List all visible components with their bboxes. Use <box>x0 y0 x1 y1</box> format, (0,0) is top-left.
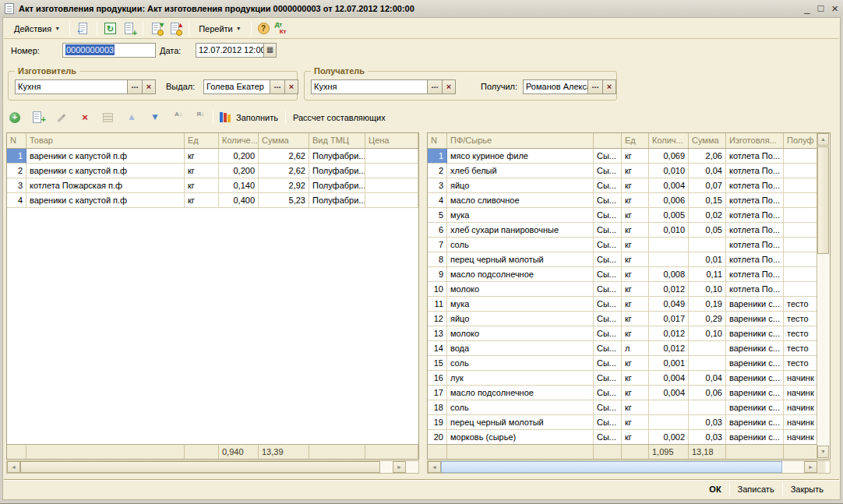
table-row[interactable]: 4масло сливочноеСы...кг0,0060,15котлета … <box>428 193 817 208</box>
scroll-up-icon[interactable]: ▲ <box>817 133 829 146</box>
maker-input[interactable]: Кухня <box>15 79 128 94</box>
table-row[interactable]: 10молокоСы...кг0,0120,10котлета По... <box>428 282 817 297</box>
scroll-thumb[interactable] <box>817 146 829 254</box>
column-header[interactable]: N <box>428 133 447 148</box>
table-row[interactable]: 2вареники с капустой п.фкг0,2002,62Полуф… <box>7 164 418 178</box>
scroll-left-icon[interactable]: ◄ <box>7 461 20 473</box>
column-header[interactable]: Ед <box>622 133 649 148</box>
scroll-right-icon[interactable]: ► <box>393 461 406 473</box>
edit-row-button[interactable] <box>53 111 70 125</box>
table-row[interactable]: 5мукаСы...кг0,0050,02котлета По... <box>428 208 817 223</box>
table-row[interactable]: 14водаСы...л0,012вареники с...тесто <box>428 341 817 356</box>
table-row[interactable]: 2хлеб белыйСы...кг0,0100,04котлета По... <box>428 164 817 178</box>
column-header[interactable]: Колич... <box>649 133 689 148</box>
title-bar[interactable]: Акт изготовления продукции: Акт изготовл… <box>0 0 843 17</box>
table-row[interactable]: 3яйцоСы...кг0,0040,07котлета По... <box>428 178 817 193</box>
column-header[interactable]: Сумма <box>689 133 726 148</box>
sort-desc-button[interactable]: Я↓ <box>192 111 209 125</box>
maximize-button[interactable]: □ <box>817 3 824 14</box>
calc-components-button[interactable]: Рассчет составляющих <box>290 113 389 122</box>
column-header[interactable]: Полуф <box>784 133 817 148</box>
sort-asc-button[interactable]: А↓ <box>170 111 187 125</box>
cell: 0,200 <box>219 164 259 178</box>
table-row[interactable]: 15сольСы...кг0,001вареники с...тесто <box>428 356 817 371</box>
ok-button[interactable]: ОК <box>701 482 728 496</box>
issued-clear-button[interactable]: × <box>284 79 298 94</box>
products-hscrollbar[interactable]: ◄ ► <box>6 460 419 474</box>
scroll-right-icon[interactable]: ► <box>804 461 817 473</box>
table-row[interactable]: 18сольСы...кгвареники с...начинк <box>428 400 817 415</box>
add-row-button[interactable]: + <box>6 111 23 125</box>
scroll-down-icon[interactable]: ▼ <box>817 446 829 458</box>
column-header[interactable] <box>594 133 622 148</box>
delete-row-button[interactable]: × <box>76 111 93 125</box>
scroll-left-icon[interactable]: ◄ <box>428 461 441 473</box>
move-down-button[interactable]: ▼ <box>146 111 164 125</box>
move-up-button[interactable]: ▲ <box>123 111 140 125</box>
components-table-body[interactable]: 1мясо куриное филеСы...кг0,0692,06котлет… <box>428 149 817 444</box>
receiver-input[interactable]: Кухня <box>311 79 428 94</box>
cell: вареники с... <box>726 341 784 356</box>
column-header[interactable]: Количе... <box>219 133 259 148</box>
table-row[interactable]: 4вареники с капустой п.фкг0,4005,23Полуф… <box>7 193 418 208</box>
table-row[interactable]: 8перец черный молотыйСы...кг0,01котлета … <box>428 252 817 267</box>
close-document-button[interactable]: Закрыть <box>783 482 831 496</box>
goto-menu-button[interactable]: Перейти ▼ <box>193 21 247 37</box>
scroll-thumb[interactable] <box>441 461 782 473</box>
column-header[interactable]: Ед <box>185 133 219 148</box>
issued-lookup-button[interactable]: ... <box>270 79 285 94</box>
column-header[interactable]: Цена <box>365 133 418 148</box>
column-header[interactable]: Сумма <box>259 133 309 148</box>
calendar-button[interactable]: ▦ <box>263 43 277 58</box>
column-header[interactable]: N <box>7 133 26 148</box>
refresh-icon[interactable]: ↻ <box>104 22 118 36</box>
date-input[interactable]: 12.07.2012 12:00:00 <box>196 43 264 58</box>
unpost-icon[interactable]: ▲ <box>168 22 182 36</box>
components-vscrollbar[interactable]: ▲ ▼ <box>817 133 830 459</box>
scroll-thumb[interactable] <box>20 461 380 473</box>
table-row[interactable]: 6хлеб сухари панировочныеСы...кг0,0100,0… <box>428 223 817 238</box>
table-row[interactable]: 12яйцоСы...кг0,0170,29вареники с...тесто <box>428 312 817 326</box>
help-icon[interactable]: ? <box>258 23 270 34</box>
table-row[interactable]: 19перец черный молотыйСы...кг0,03вареник… <box>428 415 817 430</box>
column-header[interactable]: Товар <box>26 133 185 148</box>
table-row[interactable]: 20морковь (сырье)Сы...кг0,0020,03вареник… <box>428 430 817 444</box>
copy-document-icon[interactable]: + <box>122 22 136 36</box>
components-hscrollbar[interactable]: ◄ ► <box>427 460 831 474</box>
table-row[interactable]: 17масло подсолнечноеСы...кг0,0040,06варе… <box>428 386 817 400</box>
table-row[interactable]: 9масло подсолнечноеСы...кг0,0080,11котле… <box>428 267 817 282</box>
copy-row-button[interactable]: + <box>30 111 47 125</box>
post-with-movements-icon[interactable]: ▼ <box>150 22 164 36</box>
post-document-icon[interactable]: ← <box>76 22 90 36</box>
number-input[interactable]: 0000000003 <box>62 43 156 58</box>
save-button[interactable]: Записать <box>730 482 782 496</box>
cell: Сы... <box>594 149 622 164</box>
table-row[interactable]: 16лукСы...кг0,0040,04вареники с...начинк <box>428 371 817 386</box>
receiver-lookup-button[interactable]: ... <box>427 79 443 94</box>
chevron-down-icon: ▼ <box>236 26 242 31</box>
received-clear-button[interactable]: × <box>602 79 616 94</box>
cell: 9 <box>428 267 447 282</box>
issued-input[interactable]: Голева Екатер <box>203 79 270 94</box>
maker-clear-button[interactable]: × <box>142 79 156 94</box>
receiver-clear-button[interactable]: × <box>442 79 456 94</box>
table-row[interactable]: 1вареники с капустой п.фкг0,2002,62Полуф… <box>7 149 418 164</box>
end-edit-button[interactable] <box>100 111 117 125</box>
column-header[interactable]: Вид ТМЦ <box>309 133 365 148</box>
debit-credit-icon[interactable]: Дт Кт <box>274 22 291 36</box>
received-lookup-button[interactable]: ... <box>587 79 603 94</box>
fill-button[interactable]: Заполнить <box>233 113 281 122</box>
table-row[interactable]: 13молокоСы...кг0,0120,10вареники с...тес… <box>428 326 817 341</box>
table-row[interactable]: 11мукаСы...кг0,0490,19вареники с...тесто <box>428 297 817 312</box>
products-table-body[interactable]: 1вареники с капустой п.фкг0,2002,62Полуф… <box>7 149 418 444</box>
column-header[interactable]: ПФ/Сырье <box>447 133 594 148</box>
table-row[interactable]: 3котлета Пожарская п.фкг0,1402,92Полуфаб… <box>7 178 418 193</box>
column-header[interactable]: Изготовля... <box>726 133 784 148</box>
table-row[interactable]: 1мясо куриное филеСы...кг0,0692,06котлет… <box>428 149 817 164</box>
received-input[interactable]: Романов Александр И <box>523 79 588 94</box>
table-row[interactable]: 7сольСы...кгкотлета По... <box>428 238 817 252</box>
minimize-button[interactable]: _ <box>804 3 809 14</box>
close-button[interactable]: × <box>831 3 838 14</box>
maker-lookup-button[interactable]: ... <box>127 79 143 94</box>
actions-menu-button[interactable]: Действия ▼ <box>9 21 65 37</box>
